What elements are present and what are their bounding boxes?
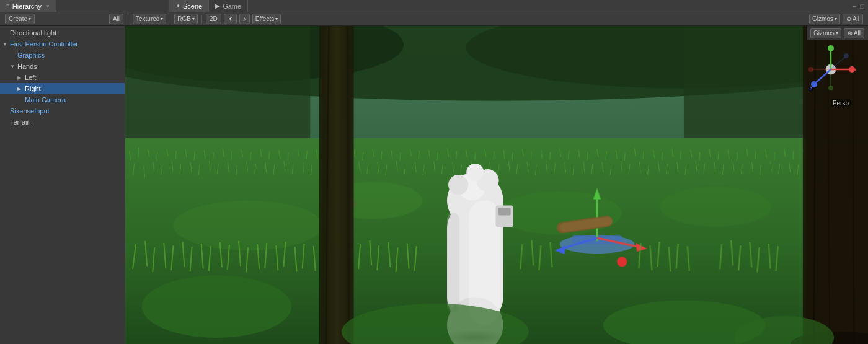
all-vp-label: All <box>854 30 861 37</box>
svg-line-12 <box>175 151 176 159</box>
svg-line-10 <box>157 152 157 161</box>
all-button[interactable]: All <box>109 14 123 24</box>
svg-line-52 <box>550 152 551 160</box>
rgb-label: RGB <box>177 15 191 22</box>
svg-point-269 <box>844 53 849 58</box>
svg-line-46 <box>494 151 494 159</box>
hierarchy-panel: Directional light First Person Controlle… <box>0 26 125 344</box>
svg-line-22 <box>269 151 270 159</box>
svg-line-34 <box>381 151 382 159</box>
label-directional-light: Directional light <box>10 29 56 37</box>
hierarchy-item-directional-light[interactable]: Directional light <box>0 27 125 38</box>
textured-label: Textured <box>136 15 159 22</box>
tab-game[interactable]: ▶ Game <box>209 0 248 12</box>
svg-line-18 <box>232 151 232 159</box>
svg-line-66 <box>681 151 681 159</box>
hierarchy-item-sixense-input[interactable]: SixenseInput <box>0 105 125 117</box>
2d-label: 2D <box>210 15 218 22</box>
audio-icon: ♪ <box>243 15 246 22</box>
svg-line-76 <box>774 152 775 160</box>
hierarchy-item-terrain[interactable]: Terrain <box>0 117 125 128</box>
tab-hierarchy[interactable]: ≡ Hierarchy ▾ <box>0 0 56 12</box>
svg-point-168 <box>660 187 772 227</box>
textured-arrow: ▾ <box>161 16 163 22</box>
svg-point-203 <box>617 257 627 267</box>
svg-point-190 <box>449 175 469 195</box>
audio-button[interactable]: ♪ <box>239 14 250 24</box>
svg-rect-193 <box>498 208 511 216</box>
hierarchy-item-hands[interactable]: Hands <box>0 61 125 72</box>
collapse-icon[interactable]: − <box>852 2 856 10</box>
label-terrain: Terrain <box>10 118 31 126</box>
all-vp-icon: ⊕ <box>848 30 852 37</box>
svg-point-206 <box>142 275 291 338</box>
hierarchy-item-left[interactable]: Left <box>0 72 125 83</box>
sep2 <box>202 15 202 24</box>
all-viewport-btn[interactable]: ⊕ All <box>844 28 864 38</box>
svg-line-54 <box>569 151 569 159</box>
gizmos-all-label: All <box>852 15 859 22</box>
svg-line-78 <box>793 151 794 159</box>
hierarchy-tab-label: Hierarchy <box>12 2 42 10</box>
hierarchy-tab-icon: ≡ <box>6 2 10 9</box>
gizmo-toolbar: Gizmos ▾ ⊕ All <box>807 26 868 40</box>
scene-tab-label: Scene <box>183 2 202 10</box>
svg-line-74 <box>755 151 756 159</box>
scene-background <box>125 26 868 344</box>
sun-button[interactable]: ☀ <box>224 14 237 24</box>
label-graphics: Graphics <box>17 51 45 59</box>
hierarchy-item-main-camera[interactable]: Main Camera <box>0 94 125 105</box>
svg-point-191 <box>467 164 484 181</box>
hierarchy-item-right[interactable]: Right <box>0 83 125 94</box>
rgb-arrow: ▾ <box>192 16 195 22</box>
svg-line-268 <box>831 57 845 69</box>
svg-line-26 <box>306 151 307 159</box>
svg-line-20 <box>250 152 251 160</box>
expand-icon[interactable]: □ <box>860 2 864 10</box>
svg-text:Y: Y <box>829 45 833 48</box>
sep1 <box>170 15 170 24</box>
effects-arrow: ▾ <box>275 16 278 22</box>
game-tab-label: Game <box>223 2 241 10</box>
svg-text:X: X <box>853 67 856 73</box>
gizmos-vp-label: Gizmos <box>813 30 835 37</box>
gizmos-all-button[interactable]: ⊕ All <box>843 14 863 24</box>
arrow-hands <box>10 64 16 69</box>
label-main-camera: Main Camera <box>25 96 66 104</box>
hierarchy-items: Directional light First Person Controlle… <box>0 26 125 344</box>
svg-line-48 <box>512 152 513 161</box>
orientation-gizmo[interactable]: Y X Z <box>806 45 856 94</box>
arrow-right <box>17 86 24 92</box>
gizmos-vp-arrow: ▾ <box>836 30 838 36</box>
tab-scene[interactable]: ✦ Scene <box>169 0 209 12</box>
svg-line-24 <box>288 152 288 161</box>
gizmos-viewport-btn[interactable]: Gizmos ▾ <box>810 28 841 38</box>
label-right: Right <box>25 85 41 92</box>
create-button[interactable]: Create ▾ <box>5 14 35 24</box>
gizmos-arrow: ▾ <box>835 16 837 22</box>
svg-line-56 <box>587 152 588 160</box>
create-label: Create <box>9 15 27 22</box>
effects-label: Effects <box>255 15 274 22</box>
svg-line-14 <box>194 151 195 160</box>
gizmos-dropdown[interactable]: Gizmos ▾ <box>809 14 840 24</box>
effects-dropdown[interactable]: Effects ▾ <box>252 14 281 24</box>
label-sixense-input: SixenseInput <box>10 107 50 115</box>
hierarchy-item-first-person-controller[interactable]: First Person Controller <box>0 38 125 50</box>
root-container: ≡ Hierarchy ▾ ✦ Scene ▶ Game − □ Create … <box>0 0 868 344</box>
scene-tab-icon: ✦ <box>175 2 180 9</box>
gizmos-all-icon: ⊕ <box>846 15 851 22</box>
2d-button[interactable]: 2D <box>206 14 221 24</box>
scene-viewport[interactable]: Gizmos ▾ ⊕ All Y <box>125 26 868 344</box>
main-content: Directional light First Person Controlle… <box>0 26 868 344</box>
sun-icon: ☀ <box>228 15 233 22</box>
svg-line-38 <box>418 151 419 159</box>
hierarchy-item-graphics[interactable]: Graphics <box>0 50 125 61</box>
persp-label: Persp <box>831 99 851 107</box>
svg-point-265 <box>828 86 833 90</box>
svg-rect-187 <box>448 213 460 313</box>
textured-dropdown[interactable]: Textured ▾ <box>133 14 166 24</box>
rgb-dropdown[interactable]: RGB ▾ <box>174 14 198 24</box>
svg-line-36 <box>400 152 401 161</box>
svg-line-60 <box>624 152 625 161</box>
